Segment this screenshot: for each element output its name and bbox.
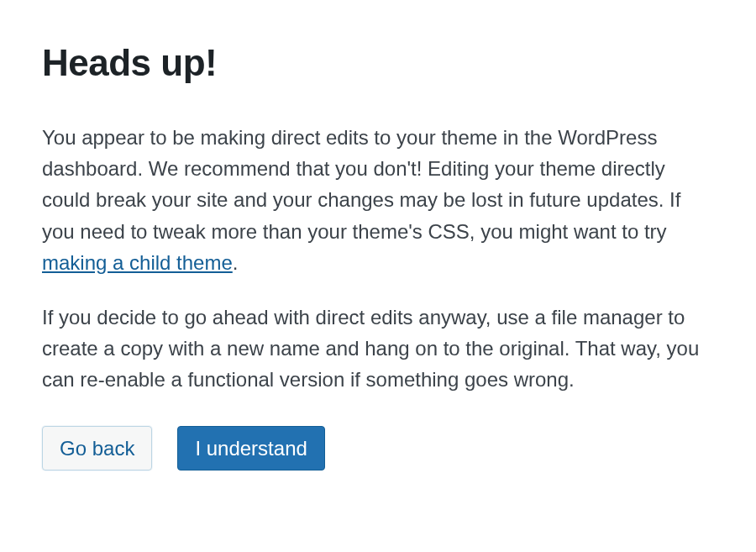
warning-paragraph-2: If you decide to go ahead with direct ed… bbox=[42, 302, 714, 396]
button-row: Go back I understand bbox=[42, 426, 714, 471]
paragraph-text-end: . bbox=[233, 251, 239, 274]
go-back-button[interactable]: Go back bbox=[42, 426, 152, 471]
warning-dialog: Heads up! You appear to be making direct… bbox=[42, 42, 714, 471]
understand-button[interactable]: I understand bbox=[177, 426, 324, 471]
child-theme-link[interactable]: making a child theme bbox=[42, 251, 233, 274]
paragraph-text: You appear to be making direct edits to … bbox=[42, 126, 680, 243]
dialog-heading: Heads up! bbox=[42, 42, 714, 84]
warning-paragraph-1: You appear to be making direct edits to … bbox=[42, 122, 714, 278]
